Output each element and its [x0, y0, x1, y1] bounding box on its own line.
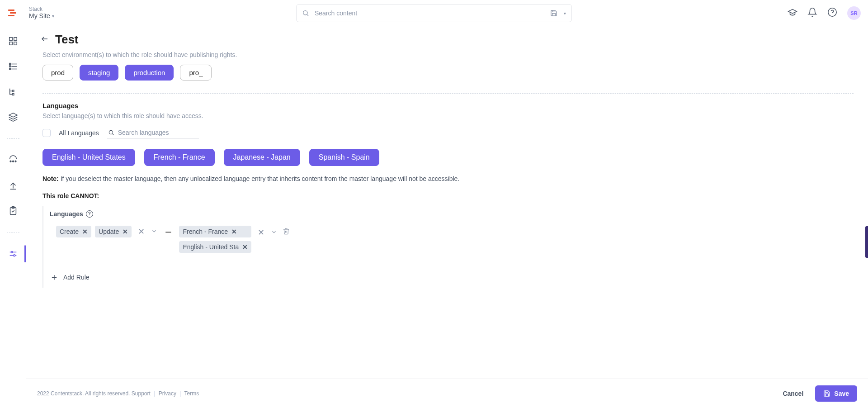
svg-point-21 — [12, 161, 14, 162]
stack-label: Stack — [29, 6, 54, 12]
clear-icon[interactable]: ✕ — [258, 228, 264, 237]
add-rule-label: Add Rule — [63, 274, 90, 281]
note-text: If you deselect the master language, the… — [59, 175, 459, 182]
action-chip-update[interactable]: Update ✕ — [95, 226, 132, 237]
bell-icon[interactable] — [807, 7, 817, 19]
sidebar-item-dashboard[interactable] — [0, 34, 26, 48]
close-icon[interactable]: ✕ — [82, 228, 88, 235]
languages-note: Note: If you deselect the master languag… — [42, 175, 854, 182]
add-rule-button[interactable]: ＋ Add Rule — [50, 271, 854, 283]
language-row: English - United States French - France … — [42, 149, 854, 166]
trash-icon[interactable] — [283, 228, 290, 236]
env-pill-prod[interactable]: prod — [42, 65, 73, 81]
sidebar-item-upload[interactable] — [0, 179, 26, 192]
search-icon — [302, 9, 309, 17]
copyright: 2022 Contentstack. All rights reserved. — [37, 390, 130, 397]
svg-line-4 — [307, 14, 308, 16]
svg-rect-16 — [9, 68, 10, 70]
env-pill-editing[interactable]: pro_ — [180, 65, 212, 81]
svg-point-26 — [11, 251, 13, 253]
svg-point-30 — [109, 130, 113, 134]
svg-point-3 — [303, 11, 307, 15]
lang-pill-en-us[interactable]: English - United States — [42, 149, 135, 166]
caret-down-icon: ▾ — [52, 14, 54, 19]
action-chip-create[interactable]: Create ✕ — [56, 226, 91, 237]
svg-rect-0 — [8, 9, 14, 11]
lang-chip-en[interactable]: English - United Sta ✕ — [179, 241, 251, 253]
page-header: Test — [26, 26, 868, 47]
svg-rect-10 — [14, 42, 16, 45]
privacy-link[interactable]: Privacy — [159, 390, 176, 397]
svg-rect-9 — [9, 42, 12, 45]
sidebar — [0, 26, 26, 408]
svg-point-22 — [15, 161, 16, 162]
cancel-button[interactable]: Cancel — [780, 389, 806, 398]
search-icon — [108, 129, 114, 136]
sidebar-item-dots[interactable] — [0, 153, 26, 167]
support-link[interactable]: Support — [132, 390, 151, 397]
save-button[interactable]: Save — [815, 385, 857, 402]
svg-point-20 — [10, 161, 11, 162]
terms-link[interactable]: Terms — [184, 390, 199, 397]
page-title: Test — [55, 33, 79, 47]
save-disk-icon[interactable] — [550, 9, 557, 17]
svg-line-31 — [112, 134, 113, 135]
lang-chip-fr[interactable]: French - France ✕ — [179, 226, 251, 237]
svg-point-5 — [828, 8, 836, 16]
svg-rect-18 — [12, 94, 14, 95]
rule-separator: – — [164, 226, 173, 237]
stack-selector[interactable]: Stack My Site ▾ — [29, 6, 54, 20]
clear-icon[interactable]: ✕ — [138, 227, 145, 237]
plus-icon: ＋ — [50, 271, 59, 283]
sidebar-item-settings[interactable] — [0, 247, 26, 261]
language-search[interactable] — [107, 127, 199, 139]
rule-row: Create ✕ Update ✕ ✕ — [56, 226, 854, 253]
close-icon[interactable]: ✕ — [123, 228, 128, 235]
caret-down-icon[interactable]: ▾ — [564, 11, 566, 16]
lang-pill-fr-fr[interactable]: French - France — [144, 149, 215, 166]
close-icon[interactable]: ✕ — [231, 228, 237, 235]
sidebar-item-layers[interactable] — [0, 110, 26, 124]
footer: 2022 Contentstack. All rights reserved. … — [26, 379, 868, 408]
rule-block: Languages ? Create ✕ Update ✕ — [42, 206, 854, 288]
sidebar-item-tree[interactable] — [0, 85, 26, 99]
languages-title: Languages — [42, 102, 854, 109]
svg-rect-17 — [12, 90, 14, 92]
env-row: prod staging production pro_ — [42, 65, 854, 81]
chevron-down-icon[interactable] — [151, 228, 157, 236]
rule-block-title: Languages — [50, 210, 83, 218]
language-search-input[interactable] — [117, 128, 198, 137]
svg-point-28 — [13, 255, 15, 256]
cannot-title: This role CANNOT: — [42, 192, 854, 199]
lang-pill-es-es[interactable]: Spanish - Spain — [309, 149, 379, 166]
svg-rect-1 — [10, 12, 16, 14]
lang-pill-ja-jp[interactable]: Japanese - Japan — [224, 149, 300, 166]
sidebar-item-clipboard[interactable] — [0, 204, 26, 218]
search-input[interactable] — [314, 9, 546, 17]
brand-logo[interactable] — [7, 8, 18, 19]
save-disk-icon — [823, 390, 830, 397]
env-pill-production[interactable]: production — [125, 65, 174, 81]
stack-name: My Site — [29, 12, 50, 20]
svg-rect-8 — [14, 38, 16, 40]
sidebar-item-list[interactable] — [0, 60, 26, 73]
avatar[interactable]: SR — [847, 6, 861, 20]
all-languages-checkbox[interactable] — [42, 129, 51, 137]
back-button[interactable] — [41, 35, 49, 44]
svg-marker-19 — [9, 113, 17, 117]
svg-rect-7 — [9, 38, 12, 40]
env-pill-staging[interactable]: staging — [80, 65, 118, 81]
svg-rect-15 — [9, 66, 10, 67]
education-icon[interactable] — [788, 7, 797, 19]
svg-rect-14 — [9, 63, 10, 65]
languages-desc: Select language(s) to which this role sh… — [42, 112, 854, 119]
global-search[interactable]: ▾ — [296, 4, 572, 22]
note-prefix: Note: — [42, 175, 59, 182]
close-icon[interactable]: ✕ — [242, 244, 248, 250]
svg-rect-2 — [8, 15, 14, 16]
all-languages-label: All Languages — [59, 129, 99, 137]
chevron-down-icon[interactable] — [271, 229, 277, 237]
help-icon[interactable]: ? — [86, 210, 93, 218]
help-icon[interactable] — [827, 7, 837, 19]
scroll-grab-handle[interactable] — [865, 226, 868, 258]
